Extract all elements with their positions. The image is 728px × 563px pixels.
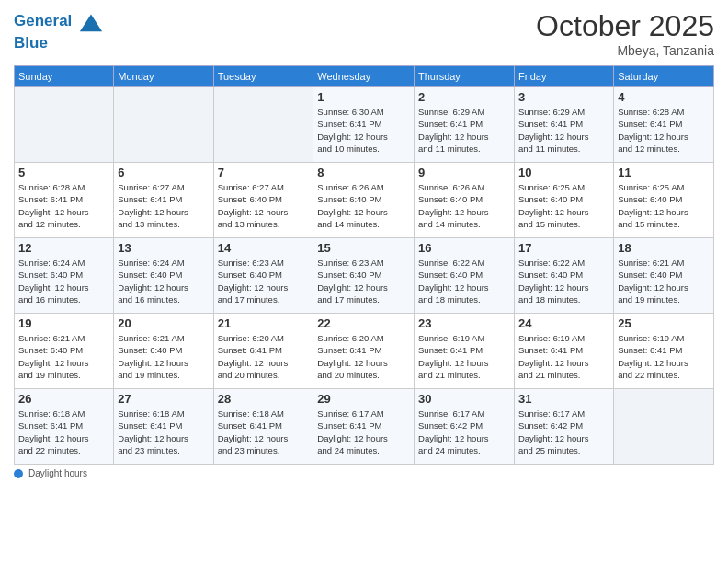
day-info: Sunrise: 6:17 AMSunset: 6:42 PMDaylight:… <box>418 408 510 456</box>
day-info: Sunrise: 6:21 AMSunset: 6:40 PMDaylight:… <box>118 332 209 381</box>
day-info: Sunrise: 6:20 AMSunset: 6:41 PMDaylight:… <box>218 332 310 381</box>
calendar-cell: 16Sunrise: 6:22 AMSunset: 6:40 PMDayligh… <box>415 238 515 314</box>
day-number: 21 <box>218 316 310 330</box>
location-subtitle: Mbeya, Tanzania <box>536 43 714 58</box>
calendar-cell: 1Sunrise: 6:30 AMSunset: 6:41 PMDaylight… <box>313 87 415 163</box>
day-number: 16 <box>418 241 510 255</box>
day-info: Sunrise: 6:23 AMSunset: 6:40 PMDaylight:… <box>218 257 310 305</box>
day-info: Sunrise: 6:18 AMSunset: 6:41 PMDaylight:… <box>218 408 310 456</box>
calendar-cell: 23Sunrise: 6:19 AMSunset: 6:41 PMDayligh… <box>415 314 515 389</box>
calendar-day-header: Sunday <box>15 66 114 87</box>
day-info: Sunrise: 6:18 AMSunset: 6:41 PMDaylight:… <box>18 408 109 456</box>
day-info: Sunrise: 6:28 AMSunset: 6:41 PMDaylight:… <box>18 181 109 230</box>
day-info: Sunrise: 6:29 AMSunset: 6:41 PMDaylight:… <box>418 106 510 155</box>
calendar-cell: 3Sunrise: 6:29 AMSunset: 6:41 PMDaylight… <box>514 87 613 163</box>
calendar-week-row: 1Sunrise: 6:30 AMSunset: 6:41 PMDaylight… <box>15 87 714 163</box>
day-number: 6 <box>118 166 209 179</box>
day-number: 2 <box>418 90 510 104</box>
day-info: Sunrise: 6:19 AMSunset: 6:41 PMDaylight:… <box>618 332 710 381</box>
calendar-week-row: 5Sunrise: 6:28 AMSunset: 6:41 PMDaylight… <box>15 163 714 238</box>
calendar-cell: 5Sunrise: 6:28 AMSunset: 6:41 PMDaylight… <box>15 163 114 238</box>
calendar-day-header: Saturday <box>614 66 714 87</box>
calendar-cell: 27Sunrise: 6:18 AMSunset: 6:41 PMDayligh… <box>114 389 213 465</box>
day-info: Sunrise: 6:29 AMSunset: 6:41 PMDaylight:… <box>518 106 609 155</box>
calendar-cell: 9Sunrise: 6:26 AMSunset: 6:40 PMDaylight… <box>415 163 515 238</box>
day-number: 24 <box>518 316 609 330</box>
footer: Daylight hours <box>14 468 714 478</box>
day-info: Sunrise: 6:19 AMSunset: 6:41 PMDaylight:… <box>418 332 510 381</box>
day-info: Sunrise: 6:26 AMSunset: 6:40 PMDaylight:… <box>317 181 410 230</box>
day-info: Sunrise: 6:18 AMSunset: 6:41 PMDaylight:… <box>118 408 209 456</box>
day-info: Sunrise: 6:22 AMSunset: 6:40 PMDaylight:… <box>518 257 609 305</box>
calendar-cell: 10Sunrise: 6:25 AMSunset: 6:40 PMDayligh… <box>514 163 613 238</box>
day-info: Sunrise: 6:27 AMSunset: 6:40 PMDaylight:… <box>218 181 310 230</box>
page: General Blue October 2025 Mbeya, Tanzani… <box>0 0 728 563</box>
calendar-cell <box>213 87 313 163</box>
day-number: 19 <box>18 316 109 330</box>
calendar-cell: 12Sunrise: 6:24 AMSunset: 6:40 PMDayligh… <box>15 238 114 314</box>
day-number: 3 <box>518 90 609 104</box>
day-info: Sunrise: 6:19 AMSunset: 6:41 PMDaylight:… <box>518 332 609 381</box>
calendar-day-header: Monday <box>114 66 213 87</box>
day-number: 31 <box>518 392 609 406</box>
day-number: 11 <box>618 166 710 179</box>
day-info: Sunrise: 6:30 AMSunset: 6:41 PMDaylight:… <box>317 106 410 155</box>
day-info: Sunrise: 6:24 AMSunset: 6:40 PMDaylight:… <box>118 257 209 305</box>
day-number: 10 <box>518 166 609 179</box>
calendar-week-row: 26Sunrise: 6:18 AMSunset: 6:41 PMDayligh… <box>15 389 714 465</box>
calendar-day-header: Thursday <box>415 66 515 87</box>
calendar-cell: 6Sunrise: 6:27 AMSunset: 6:41 PMDaylight… <box>114 163 213 238</box>
day-number: 25 <box>618 316 710 330</box>
day-number: 5 <box>18 166 109 179</box>
calendar-cell: 17Sunrise: 6:22 AMSunset: 6:40 PMDayligh… <box>514 238 613 314</box>
calendar-cell: 2Sunrise: 6:29 AMSunset: 6:41 PMDaylight… <box>415 87 515 163</box>
title-block: October 2025 Mbeya, Tanzania <box>536 9 714 58</box>
calendar-cell: 22Sunrise: 6:20 AMSunset: 6:41 PMDayligh… <box>313 314 415 389</box>
calendar-cell: 14Sunrise: 6:23 AMSunset: 6:40 PMDayligh… <box>213 238 313 314</box>
month-title: October 2025 <box>536 9 714 43</box>
calendar-table: SundayMondayTuesdayWednesdayThursdayFrid… <box>14 65 714 465</box>
calendar-cell: 11Sunrise: 6:25 AMSunset: 6:40 PMDayligh… <box>614 163 714 238</box>
svg-marker-0 <box>80 15 102 32</box>
day-number: 15 <box>317 241 410 255</box>
day-number: 12 <box>18 241 109 255</box>
day-number: 29 <box>317 392 410 406</box>
calendar-day-header: Tuesday <box>213 66 313 87</box>
day-number: 7 <box>218 166 310 179</box>
calendar-cell: 4Sunrise: 6:28 AMSunset: 6:41 PMDaylight… <box>614 87 714 163</box>
calendar-header-row: SundayMondayTuesdayWednesdayThursdayFrid… <box>15 66 714 87</box>
day-info: Sunrise: 6:17 AMSunset: 6:42 PMDaylight:… <box>518 408 609 456</box>
calendar-cell: 24Sunrise: 6:19 AMSunset: 6:41 PMDayligh… <box>514 314 613 389</box>
day-number: 8 <box>317 166 410 179</box>
day-number: 22 <box>317 316 410 330</box>
calendar-cell: 31Sunrise: 6:17 AMSunset: 6:42 PMDayligh… <box>514 389 613 465</box>
calendar-cell: 26Sunrise: 6:18 AMSunset: 6:41 PMDayligh… <box>15 389 114 465</box>
calendar-cell: 8Sunrise: 6:26 AMSunset: 6:40 PMDaylight… <box>313 163 415 238</box>
calendar-cell <box>114 87 213 163</box>
logo-general: General <box>14 12 72 29</box>
day-info: Sunrise: 6:21 AMSunset: 6:40 PMDaylight:… <box>18 332 109 381</box>
calendar-cell: 21Sunrise: 6:20 AMSunset: 6:41 PMDayligh… <box>213 314 313 389</box>
logo-blue: Blue <box>14 35 104 52</box>
calendar-day-header: Friday <box>514 66 613 87</box>
day-info: Sunrise: 6:24 AMSunset: 6:40 PMDaylight:… <box>18 257 109 305</box>
calendar-cell: 20Sunrise: 6:21 AMSunset: 6:40 PMDayligh… <box>114 314 213 389</box>
day-info: Sunrise: 6:20 AMSunset: 6:41 PMDaylight:… <box>317 332 410 381</box>
header: General Blue October 2025 Mbeya, Tanzani… <box>14 9 714 58</box>
calendar-week-row: 12Sunrise: 6:24 AMSunset: 6:40 PMDayligh… <box>15 238 714 314</box>
calendar-cell: 29Sunrise: 6:17 AMSunset: 6:41 PMDayligh… <box>313 389 415 465</box>
day-info: Sunrise: 6:25 AMSunset: 6:40 PMDaylight:… <box>518 181 609 230</box>
day-number: 18 <box>618 241 710 255</box>
day-info: Sunrise: 6:17 AMSunset: 6:41 PMDaylight:… <box>317 408 410 456</box>
day-number: 1 <box>317 90 410 104</box>
day-number: 27 <box>118 392 209 406</box>
logo-triangle-icon <box>78 9 104 35</box>
day-number: 13 <box>118 241 209 255</box>
calendar-cell: 25Sunrise: 6:19 AMSunset: 6:41 PMDayligh… <box>614 314 714 389</box>
day-number: 23 <box>418 316 510 330</box>
calendar-cell: 13Sunrise: 6:24 AMSunset: 6:40 PMDayligh… <box>114 238 213 314</box>
calendar-cell: 28Sunrise: 6:18 AMSunset: 6:41 PMDayligh… <box>213 389 313 465</box>
day-number: 4 <box>618 90 710 104</box>
day-info: Sunrise: 6:21 AMSunset: 6:40 PMDaylight:… <box>618 257 710 305</box>
day-number: 9 <box>418 166 510 179</box>
